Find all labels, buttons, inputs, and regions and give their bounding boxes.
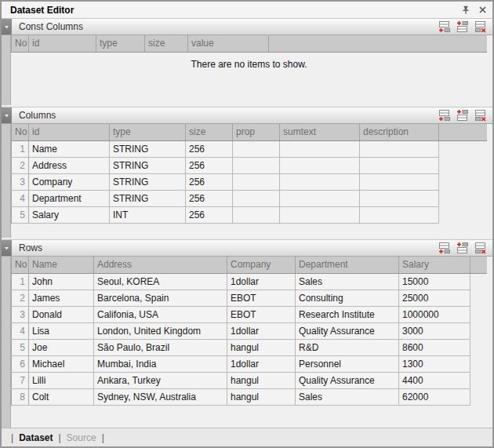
cell[interactable]: Company xyxy=(29,173,110,190)
cell[interactable]: Sales xyxy=(296,273,399,290)
cell[interactable] xyxy=(360,190,439,206)
cell[interactable]: Address xyxy=(29,157,110,173)
delete-row-button[interactable] xyxy=(474,20,487,33)
cell[interactable]: Donald xyxy=(29,306,94,322)
cell[interactable]: 62000 xyxy=(399,388,470,405)
column-header-name[interactable]: Name xyxy=(29,257,94,273)
cell[interactable] xyxy=(233,140,280,157)
column-header-no[interactable]: No xyxy=(12,124,29,140)
cell[interactable]: Mumbai, India xyxy=(94,355,227,372)
cell[interactable] xyxy=(280,173,360,190)
cell[interactable]: R&D xyxy=(296,339,399,355)
cell[interactable] xyxy=(280,190,360,206)
cell[interactable]: Califonia, USA xyxy=(94,306,227,322)
row-number-cell[interactable]: 7 xyxy=(12,372,29,388)
cell[interactable]: Personnel xyxy=(296,355,399,372)
column-header-no[interactable]: No xyxy=(12,35,29,52)
column-header-prop[interactable]: prop xyxy=(233,124,280,140)
cell[interactable]: Seoul, KOREA xyxy=(94,273,227,290)
collapse-section-button[interactable] xyxy=(2,19,12,35)
row-number-cell[interactable]: 4 xyxy=(12,190,29,206)
cell[interactable]: Quality Assurance xyxy=(296,372,399,388)
row-number-cell[interactable]: 3 xyxy=(12,306,29,322)
cell[interactable]: Barcelona, Spain xyxy=(94,290,227,306)
cell[interactable] xyxy=(280,206,360,223)
cell[interactable]: 8600 xyxy=(399,339,470,355)
cell[interactable]: 1dollar xyxy=(227,273,296,290)
cell[interactable]: Name xyxy=(29,140,110,157)
row-number-cell[interactable]: 4 xyxy=(12,322,29,339)
column-header-salary[interactable]: Salary xyxy=(399,257,470,273)
cell[interactable]: 256 xyxy=(186,190,233,206)
cell[interactable]: Sydney, NSW, Australia xyxy=(94,388,227,405)
column-header-description[interactable]: description xyxy=(360,124,439,140)
cell[interactable] xyxy=(280,157,360,173)
cell[interactable]: Lilli xyxy=(29,372,94,388)
cell[interactable] xyxy=(233,173,280,190)
cell[interactable]: 3000 xyxy=(399,322,470,339)
cell[interactable]: 1000000 xyxy=(399,306,470,322)
cell[interactable]: 15000 xyxy=(399,273,470,290)
column-header-value[interactable]: value xyxy=(188,35,269,52)
cell[interactable]: EBOT xyxy=(227,290,296,306)
cell[interactable]: 1300 xyxy=(399,355,470,372)
cell[interactable] xyxy=(360,157,439,173)
cell[interactable]: Michael xyxy=(29,355,94,372)
cell[interactable] xyxy=(360,173,439,190)
insert-row-button[interactable] xyxy=(456,20,469,33)
row-number-cell[interactable]: 6 xyxy=(12,355,29,372)
delete-row-button[interactable] xyxy=(474,109,487,122)
column-header-id[interactable]: id xyxy=(29,124,110,140)
cell[interactable] xyxy=(233,190,280,206)
cell[interactable]: Research Institute xyxy=(296,306,399,322)
row-number-cell[interactable]: 2 xyxy=(12,157,29,173)
row-number-cell[interactable]: 2 xyxy=(12,290,29,306)
add-row-button[interactable] xyxy=(438,20,451,33)
cell[interactable]: STRING xyxy=(110,157,186,173)
column-header-size[interactable]: size xyxy=(186,124,233,140)
cell[interactable] xyxy=(233,206,280,223)
cell[interactable] xyxy=(360,140,439,157)
row-number-cell[interactable]: 5 xyxy=(12,339,29,355)
cell[interactable]: INT xyxy=(110,206,186,223)
cell[interactable]: Sales xyxy=(296,388,399,405)
cell[interactable]: hangul xyxy=(227,372,296,388)
collapse-section-button[interactable] xyxy=(2,107,12,123)
add-row-button[interactable] xyxy=(438,242,451,254)
row-number-cell[interactable]: 3 xyxy=(12,173,29,190)
cell[interactable]: Salary xyxy=(29,206,110,223)
column-header-company[interactable]: Company xyxy=(227,257,296,273)
cell[interactable]: 1dollar xyxy=(227,322,296,339)
cell[interactable]: 25000 xyxy=(399,290,470,306)
cell[interactable]: James xyxy=(29,290,94,306)
cell[interactable]: Colt xyxy=(29,388,94,405)
cell[interactable]: 4400 xyxy=(399,372,470,388)
cell[interactable]: Consulting xyxy=(296,290,399,306)
tab-source[interactable]: Source xyxy=(67,432,96,443)
cell[interactable]: Joe xyxy=(29,339,94,355)
cell[interactable]: 256 xyxy=(186,140,233,157)
column-header-no[interactable]: No xyxy=(12,257,29,273)
cell[interactable]: EBOT xyxy=(227,306,296,322)
close-button[interactable] xyxy=(476,4,489,16)
column-header-id[interactable]: id xyxy=(29,35,96,52)
row-number-cell[interactable]: 1 xyxy=(12,140,29,157)
row-number-cell[interactable]: 5 xyxy=(12,206,29,223)
cell[interactable] xyxy=(360,206,439,223)
cell[interactable]: hangul xyxy=(227,339,296,355)
cell[interactable]: 256 xyxy=(186,206,233,223)
cell[interactable]: 256 xyxy=(186,173,233,190)
cell[interactable]: Lisa xyxy=(29,322,94,339)
cell[interactable]: Department xyxy=(29,190,110,206)
delete-row-button[interactable] xyxy=(474,242,487,254)
cell[interactable]: STRING xyxy=(110,173,186,190)
pin-button[interactable] xyxy=(459,4,472,16)
cell[interactable]: Ankara, Turkey xyxy=(94,372,227,388)
column-header-address[interactable]: Address xyxy=(94,257,227,273)
column-header-size[interactable]: size xyxy=(145,35,188,52)
column-header-sumtext[interactable]: sumtext xyxy=(280,124,360,140)
cell[interactable] xyxy=(280,140,360,157)
cell[interactable]: São Paulo, Brazil xyxy=(94,339,227,355)
column-header-type[interactable]: type xyxy=(96,35,145,52)
cell[interactable]: John xyxy=(29,273,94,290)
